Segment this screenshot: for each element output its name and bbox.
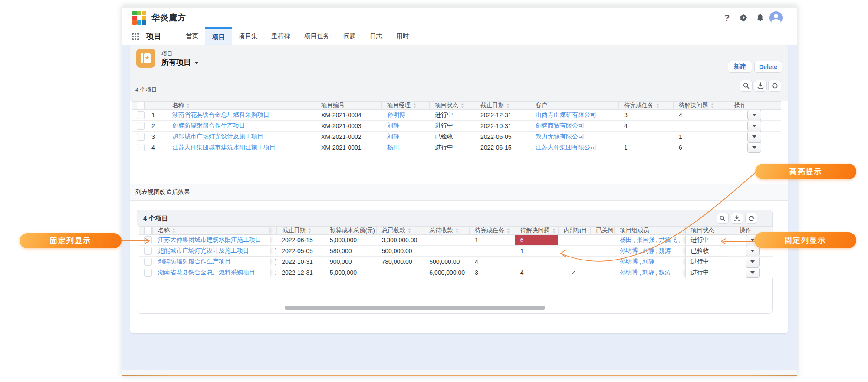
budget-total-cell: 580,000 xyxy=(325,246,377,256)
row-actions-dropdown[interactable] xyxy=(746,257,760,267)
row-actions-dropdown[interactable] xyxy=(746,246,760,256)
internal-project-cell xyxy=(558,235,591,245)
row-checkbox[interactable] xyxy=(137,144,145,151)
internal-project-cell xyxy=(558,257,591,267)
project-status-cell: 已验收 xyxy=(430,132,475,142)
column-header-issues-open[interactable]: 待解决问题 xyxy=(674,102,729,109)
column-header-due-date[interactable]: 截止日期 xyxy=(277,227,325,234)
column-header-project-status[interactable]: 项目状态 xyxy=(430,102,475,109)
member-link[interactable]: 张国强 xyxy=(636,236,654,244)
member-link[interactable]: 尹翼飞 xyxy=(659,236,677,244)
total-received-cell: 500,000.00 xyxy=(377,246,424,256)
row-checkbox[interactable] xyxy=(144,258,152,266)
row-actions-dropdown[interactable] xyxy=(746,267,760,278)
column-header-tasks-remaining[interactable]: 待完成任务 xyxy=(470,227,515,234)
column-header-total-received[interactable]: 总已收款 xyxy=(377,227,424,234)
row-actions-dropdown[interactable] xyxy=(747,121,761,131)
refresh-icon[interactable] xyxy=(768,80,781,92)
select-cell xyxy=(132,132,146,142)
app-logo[interactable] xyxy=(132,11,146,25)
internal-project-cell: ✓ xyxy=(558,267,591,278)
row-checkbox[interactable] xyxy=(144,247,152,255)
app-launcher-icon[interactable] xyxy=(132,33,139,40)
select-all-checkbox[interactable] xyxy=(137,102,145,109)
member-link[interactable]: 孙明博 xyxy=(620,247,638,255)
column-header-project-name[interactable]: 名称 xyxy=(167,102,316,109)
caption-text: 列表视图改造后效果 xyxy=(135,184,190,200)
column-header-total-pending[interactable]: 总待收款 xyxy=(424,227,470,234)
member-link[interactable]: 魏涛 xyxy=(659,247,671,255)
select-cell xyxy=(132,110,146,120)
export-download-icon[interactable] xyxy=(731,213,743,224)
member-link[interactable]: 孙明博 xyxy=(620,269,638,277)
tab-4[interactable]: 项目任务 xyxy=(297,27,336,45)
team-members-cell: 杨田,张国强,尹翼飞, xyxy=(615,235,685,245)
projects-table: 名称项目编号项目经理项目状态截止日期客户待完成任务待解决问题操作1湖南省花县铁合… xyxy=(132,101,781,153)
column-header-project-name[interactable]: 名称 xyxy=(153,227,270,234)
notification-bell-icon[interactable] xyxy=(754,12,766,24)
tab-7[interactable]: 用时 xyxy=(389,27,416,45)
member-link[interactable]: 刘静 xyxy=(642,258,654,266)
column-header-project-manager[interactable]: 项目经理 xyxy=(382,102,430,109)
project-code-cell: XM-2021-0003 xyxy=(316,121,382,131)
table-row: 1湖南省花县铁合金总厂燃料采购项目XM-2021-0004孙明博进行中2022-… xyxy=(132,110,781,121)
project-status-cell: 进行中 xyxy=(430,110,475,120)
row-actions-dropdown[interactable] xyxy=(747,142,761,153)
help-icon[interactable]: ? xyxy=(721,12,733,24)
clipped-column-cell: 1 xyxy=(270,267,276,278)
table-row: 2剑牌防辐射服合作生产项目XM-2021-0003刘静进行中2022-10-31… xyxy=(132,121,781,132)
row-checkbox[interactable] xyxy=(137,122,145,130)
column-header-due-date[interactable]: 截止日期 xyxy=(475,102,530,109)
row-actions-dropdown[interactable] xyxy=(747,132,761,142)
member-link[interactable]: 杨田 xyxy=(620,236,632,244)
delete-button[interactable]: Delete xyxy=(754,61,782,73)
row-actions-dropdown[interactable] xyxy=(747,110,761,120)
export-download-icon[interactable] xyxy=(754,80,767,92)
project-manager-cell: 刘静 xyxy=(382,121,430,131)
member-link[interactable]: 刘静 xyxy=(642,269,654,277)
tab-3[interactable]: 里程碑 xyxy=(265,27,298,45)
tab-6[interactable]: 日志 xyxy=(363,27,389,45)
view-selector[interactable]: 所有项目 xyxy=(161,57,199,67)
member-link[interactable]: 孙明博 xyxy=(620,258,638,266)
tab-0[interactable]: 首页 xyxy=(179,27,205,45)
project-status-cell: 已验收 xyxy=(685,246,735,256)
tab-1[interactable]: 项目 xyxy=(205,27,232,45)
row-checkbox[interactable] xyxy=(137,111,145,119)
budget-total-cell: 900,000 xyxy=(325,257,377,267)
horizontal-scrollbar[interactable] xyxy=(285,306,545,310)
project-name-cell: 江苏大仲集团城市建筑水阳江施工项目 xyxy=(153,235,270,245)
column-header-tasks-remaining[interactable]: 待完成任务 xyxy=(619,102,674,109)
select-cell xyxy=(139,246,153,256)
member-link[interactable]: 魏涛 xyxy=(659,269,671,277)
row-checkbox[interactable] xyxy=(144,236,152,244)
tab-2[interactable]: 项目集 xyxy=(232,27,265,45)
user-avatar[interactable] xyxy=(769,11,783,24)
search-icon[interactable] xyxy=(717,213,729,224)
new-button[interactable]: 新建 xyxy=(728,61,752,73)
project-manager-cell: 孙明博 xyxy=(382,110,430,120)
search-icon[interactable] xyxy=(740,80,753,92)
due-date-cell: 2022-12-31 xyxy=(276,267,325,278)
column-header-select[interactable] xyxy=(139,227,153,234)
column-header-project-status: 项目状态 xyxy=(685,227,735,234)
row-checkbox[interactable] xyxy=(137,133,145,141)
improved-list-view-card: 4 个项目 名称截止日期预算成本总额(元)总已收款总待收款待完成任务待解决问题内… xyxy=(137,210,773,314)
clipped-column-cell xyxy=(270,235,276,245)
tasks-remaining-cell: 3 xyxy=(470,267,515,278)
project-status-cell: 进行中 xyxy=(430,121,475,131)
refresh-icon[interactable] xyxy=(745,213,757,224)
settings-gear-icon[interactable] xyxy=(737,12,750,24)
select-all-checkbox[interactable] xyxy=(144,227,152,234)
due-date-cell: 2022-05-05 xyxy=(276,246,325,256)
annotation-fixed-right-badge: 固定列显示 xyxy=(754,232,856,248)
member-link[interactable]: 刘静 xyxy=(642,247,654,255)
column-header-issues-open[interactable]: 待解决问题 xyxy=(515,227,559,234)
tasks-remaining-cell: 4 xyxy=(619,121,674,131)
nav-tabs: 首页项目项目集里程碑项目任务问题日志用时 xyxy=(179,27,416,45)
column-header-select[interactable] xyxy=(132,102,146,109)
window-bottom-strip xyxy=(122,370,797,375)
caption-band: 列表视图改造后效果 xyxy=(130,184,788,201)
tab-5[interactable]: 问题 xyxy=(336,27,363,45)
row-checkbox[interactable] xyxy=(144,269,152,277)
